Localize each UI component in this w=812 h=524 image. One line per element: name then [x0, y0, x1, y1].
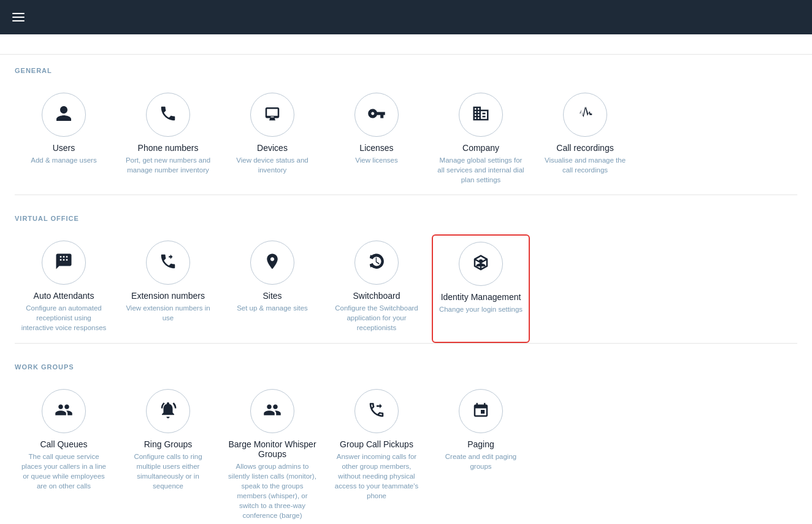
- nav-item-barge-monitor[interactable]: Barge Monitor Whisper GroupsAllows group…: [223, 383, 321, 524]
- extension-numbers-icon: [159, 252, 177, 273]
- licenses-desc: View licenses: [355, 155, 397, 165]
- users-icon-circle: [42, 93, 86, 137]
- identity-management-icon-circle: [459, 242, 503, 286]
- nav-item-ring-groups[interactable]: Ring GroupsConfigure calls to ring multi…: [119, 383, 217, 524]
- users-desc: Add & manage users: [31, 155, 96, 165]
- paging-icon: [472, 401, 490, 422]
- switchboard-icon-circle: [354, 241, 399, 285]
- page-title-bar: [0, 34, 812, 55]
- call-queues-desc: The call queue service places your calle…: [20, 452, 108, 491]
- ring-groups-desc: Configure calls to ring multiple users e…: [124, 452, 212, 491]
- phone-numbers-desc: Port, get new numbers and manage number …: [124, 155, 212, 175]
- phone-numbers-label: Phone numbers: [138, 143, 199, 153]
- auto-attendants-label: Auto Attendants: [34, 291, 94, 301]
- paging-label: Paging: [467, 439, 494, 449]
- phone-numbers-icon-circle: [146, 93, 190, 137]
- nav-item-users[interactable]: UsersAdd & manage users: [15, 87, 113, 195]
- section-general: GENERALUsersAdd & manage usersPhone numb…: [15, 67, 797, 195]
- icon-grid-virtual-office: Auto AttendantsConfigure an automated re…: [15, 234, 797, 342]
- group-call-pickups-label: Group Call Pickups: [340, 439, 413, 449]
- switchboard-label: Switchboard: [353, 291, 400, 301]
- company-desc: Manage global settings for all services …: [437, 155, 525, 185]
- licenses-label: Licenses: [359, 143, 393, 153]
- svg-point-1: [479, 260, 483, 263]
- nav-item-call-queues[interactable]: Call QueuesThe call queue service places…: [15, 383, 113, 524]
- nav-item-licenses[interactable]: LicensesView licenses: [327, 87, 426, 195]
- users-icon: [55, 104, 73, 125]
- call-recordings-icon-circle: [563, 93, 607, 137]
- group-call-pickups-desc: Answer incoming calls for other group me…: [332, 452, 421, 501]
- identity-management-desc: Change your login settings: [439, 304, 523, 314]
- section-label-work-groups: WORK GROUPS: [15, 363, 797, 371]
- licenses-icon-circle: [354, 93, 399, 137]
- menu-icon[interactable]: [12, 13, 25, 21]
- nav-item-extension-numbers[interactable]: Extension numbersView extension numbers …: [119, 234, 217, 342]
- app-header: [0, 0, 812, 34]
- nav-item-company[interactable]: CompanyManage global settings for all se…: [432, 87, 530, 195]
- nav-item-identity-management[interactable]: Identity ManagementChange your login set…: [432, 234, 530, 342]
- nav-item-switchboard[interactable]: SwitchboardConfigure the Switchboard app…: [327, 234, 426, 342]
- call-recordings-label: Call recordings: [556, 143, 613, 153]
- barge-monitor-label: Barge Monitor Whisper Groups: [228, 439, 316, 459]
- group-call-pickups-icon: [367, 401, 386, 422]
- barge-monitor-icon-circle: [250, 389, 294, 433]
- nav-item-call-recordings[interactable]: Call recordingsVisualise and manage the …: [536, 87, 634, 195]
- devices-label: Devices: [257, 143, 288, 153]
- call-recordings-icon: [576, 104, 594, 125]
- ring-groups-icon-circle: [146, 389, 190, 433]
- switchboard-desc: Configure the Switchboard application fo…: [332, 303, 421, 333]
- sites-desc: Set up & manage sites: [237, 303, 308, 313]
- auto-attendants-icon: [55, 252, 73, 273]
- auto-attendants-desc: Configure an automated receptionist usin…: [20, 303, 108, 333]
- phone-numbers-icon: [159, 104, 177, 125]
- call-recordings-desc: Visualise and manage the call recordings: [541, 155, 629, 175]
- call-queues-label: Call Queues: [40, 439, 87, 449]
- nav-item-group-call-pickups[interactable]: Group Call PickupsAnswer incoming calls …: [327, 383, 426, 524]
- section-label-general: GENERAL: [15, 67, 797, 74]
- sites-label: Sites: [262, 291, 282, 301]
- section-work-groups: WORK GROUPSCall QueuesThe call queue ser…: [15, 363, 797, 524]
- switchboard-icon: [367, 252, 386, 273]
- nav-item-paging[interactable]: PagingCreate and edit paging groups: [432, 383, 530, 524]
- nav-item-phone-numbers[interactable]: Phone numbersPort, get new numbers and m…: [119, 87, 217, 195]
- ring-groups-icon: [159, 401, 177, 422]
- users-label: Users: [53, 143, 75, 153]
- paging-desc: Create and edit paging groups: [437, 452, 525, 471]
- company-icon-circle: [459, 93, 503, 137]
- extension-numbers-icon-circle: [146, 241, 190, 285]
- devices-desc: View device status and inventory: [228, 155, 316, 175]
- call-queues-icon: [55, 401, 73, 422]
- nav-item-auto-attendants[interactable]: Auto AttendantsConfigure an automated re…: [15, 234, 113, 342]
- sites-icon-circle: [250, 241, 294, 285]
- section-virtual-office: VIRTUAL OFFICEAuto AttendantsConfigure a…: [15, 215, 797, 343]
- extension-numbers-label: Extension numbers: [131, 291, 205, 301]
- identity-management-label: Identity Management: [441, 292, 521, 302]
- nav-item-devices[interactable]: DevicesView device status and inventory: [223, 87, 321, 195]
- icon-grid-work-groups: Call QueuesThe call queue service places…: [15, 383, 797, 524]
- paging-icon-circle: [459, 389, 503, 433]
- ring-groups-label: Ring Groups: [144, 439, 193, 449]
- call-queues-icon-circle: [42, 389, 86, 433]
- sites-icon: [263, 252, 282, 273]
- extension-numbers-desc: View extension numbers in use: [124, 303, 212, 323]
- section-label-virtual-office: VIRTUAL OFFICE: [15, 215, 797, 222]
- barge-monitor-icon: [263, 401, 282, 422]
- devices-icon-circle: [250, 93, 294, 137]
- barge-monitor-desc: Allows group admins to silently listen c…: [228, 461, 316, 521]
- nav-item-sites[interactable]: SitesSet up & manage sites: [223, 234, 321, 342]
- licenses-icon: [367, 104, 386, 125]
- company-icon: [472, 104, 490, 125]
- identity-management-icon: [472, 253, 490, 274]
- auto-attendants-icon-circle: [42, 241, 86, 285]
- icon-grid-general: UsersAdd & manage usersPhone numbersPort…: [15, 87, 797, 195]
- company-label: Company: [462, 143, 499, 153]
- main-content: GENERALUsersAdd & manage usersPhone numb…: [0, 55, 812, 524]
- group-call-pickups-icon-circle: [354, 389, 399, 433]
- devices-icon: [263, 104, 282, 125]
